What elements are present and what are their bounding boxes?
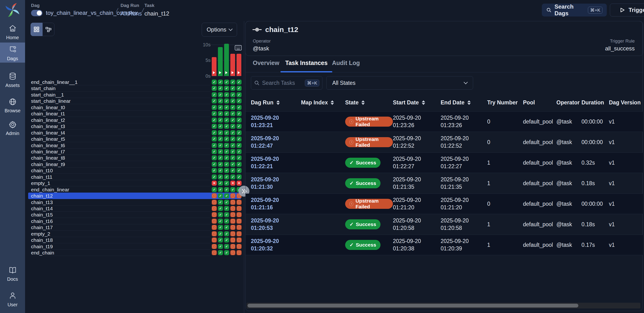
task-instance-square-success[interactable]: ✓ xyxy=(230,162,235,167)
task-instance-square-upstream-failed[interactable]: ↑ xyxy=(236,250,242,255)
task-instance-square-upstream-failed[interactable]: ↑ xyxy=(236,244,242,249)
task-instance-square-success[interactable]: ✓ xyxy=(230,111,235,116)
keyboard-shortcuts-icon[interactable] xyxy=(235,45,242,51)
search-dags-button[interactable]: Search Dags ⌘+K xyxy=(542,4,607,17)
task-instance-square-success[interactable]: ✓ xyxy=(224,162,229,167)
dag-run-duration-bar[interactable] xyxy=(230,54,235,76)
task-instance-square-success[interactable]: ✓ xyxy=(224,244,229,249)
task-instance-square-success[interactable]: ✓ xyxy=(218,80,223,85)
dag-run-duration-bar[interactable] xyxy=(212,57,216,76)
task-instance-square-success[interactable]: ✓ xyxy=(218,219,223,224)
task-instance-square-success[interactable]: ✓ xyxy=(218,111,223,116)
dag-run-link[interactable]: 2025-09-2001:22:21 xyxy=(251,155,301,170)
task-instance-square-upstream-failed[interactable]: ↑ xyxy=(212,250,217,255)
task-instance-square-success[interactable]: ✓ xyxy=(224,168,229,173)
task-row-chain_t13[interactable]: chain_t13↑✓✓↑↑ xyxy=(28,199,241,205)
sidebar-item-dags[interactable]: Dags xyxy=(0,43,25,63)
task-instance-square-success[interactable]: ✓ xyxy=(236,174,242,179)
column-header-state[interactable]: State xyxy=(345,99,393,106)
task-instance-square-success[interactable]: ✓ xyxy=(218,174,223,179)
task-instance-square-success[interactable]: ✓ xyxy=(218,200,223,205)
task-instance-square-success[interactable]: ✓ xyxy=(224,212,229,217)
task-instance-square-success[interactable]: ✓ xyxy=(224,136,229,141)
task-row-chain_t19[interactable]: chain_t19↑✓✓↑↑ xyxy=(28,243,241,250)
task-row-start_chain_linear[interactable]: start_chain_linear✓✓✓✓✓ xyxy=(28,98,241,104)
task-row-chain_linear_t0[interactable]: chain_linear_t0✓✓✓✓✓ xyxy=(28,104,241,111)
task-instance-square-success[interactable]: ✓ xyxy=(230,174,235,179)
task-row-start_chain__1[interactable]: start_chain__1✓✓✓✓✓ xyxy=(28,92,241,98)
table-row[interactable]: 2025-09-2001:21:16↑Upstream Failed2025-0… xyxy=(246,194,643,214)
task-instance-square-upstream-failed[interactable]: ↑ xyxy=(236,231,242,236)
task-instance-square-success[interactable]: ✓ xyxy=(230,149,235,154)
tab-audit-log[interactable]: Audit Log xyxy=(332,60,360,72)
task-instance-square-success[interactable]: ✓ xyxy=(224,181,229,186)
dag-run-link[interactable]: 2025-09-2001:23:21 xyxy=(251,114,301,129)
task-row-chain_linear_t4[interactable]: chain_linear_t4✓✓✓✓✓ xyxy=(28,130,241,136)
task-instance-square-upstream-failed[interactable]: ↑ xyxy=(236,225,242,230)
task-instance-square-success[interactable]: ✓ xyxy=(224,124,229,129)
task-instance-square-success[interactable]: ✓ xyxy=(218,237,223,242)
task-instance-square-upstream-failed[interactable]: ↑ xyxy=(212,212,217,217)
task-instance-square-success[interactable]: ✓ xyxy=(212,136,217,141)
task-instance-square-success[interactable]: ✓ xyxy=(218,118,223,123)
task-instance-square-success[interactable]: ✓ xyxy=(236,92,242,97)
task-instance-square-success[interactable]: ✓ xyxy=(236,136,242,141)
task-instance-square-success[interactable]: ✓ xyxy=(212,124,217,129)
task-instance-square-success[interactable]: ✓ xyxy=(212,143,217,148)
task-instance-square-success[interactable]: ✓ xyxy=(236,118,242,123)
task-instance-square-success[interactable]: ✓ xyxy=(236,155,242,160)
task-row-chain_t14[interactable]: chain_t14↑✓✓↑↑ xyxy=(28,205,241,212)
task-instance-square-success[interactable]: ✓ xyxy=(224,105,229,110)
airflow-logo-icon[interactable] xyxy=(5,3,20,18)
dag-run-link[interactable]: 2025-09-2001:21:30 xyxy=(251,176,301,191)
task-instance-square-success[interactable]: ✓ xyxy=(236,105,242,110)
task-instance-square-success[interactable]: ✓ xyxy=(218,92,223,97)
task-instance-square-upstream-failed[interactable]: ↑ xyxy=(230,219,235,224)
task-instance-square-success[interactable]: ✓ xyxy=(218,86,223,91)
task-instance-square-success[interactable]: ✓ xyxy=(218,212,223,217)
task-instance-square-success[interactable]: ✓ xyxy=(224,143,229,148)
column-header-start-date[interactable]: Start Date xyxy=(393,99,441,106)
task-instance-square-success[interactable]: ✓ xyxy=(230,124,235,129)
task-row-chain_linear_t8[interactable]: chain_linear_t8✓✓✓✓✓ xyxy=(28,155,241,161)
task-instance-square-success[interactable]: ✓ xyxy=(236,143,242,148)
task-instance-square-success[interactable]: ✓ xyxy=(212,105,217,110)
task-instance-square-success[interactable]: ✓ xyxy=(224,155,229,160)
task-instance-square-success[interactable]: ✓ xyxy=(218,105,223,110)
task-instance-square-success[interactable]: ✓ xyxy=(236,162,242,167)
task-instance-square-success[interactable]: ✓ xyxy=(224,231,229,236)
horizontal-scrollbar[interactable] xyxy=(246,303,640,308)
task-instance-square-success[interactable]: ✓ xyxy=(230,118,235,123)
table-row[interactable]: 2025-09-2001:22:47↑Upstream Failed2025-0… xyxy=(246,132,643,152)
task-instance-square-success[interactable]: ✓ xyxy=(230,155,235,160)
task-instance-square-success[interactable]: ✓ xyxy=(218,149,223,154)
task-instance-square-success[interactable]: ✓ xyxy=(224,86,229,91)
task-row-end_chain_linear__1[interactable]: end_chain_linear__1✓✓✓✓✓ xyxy=(28,79,241,85)
column-header-dag-run[interactable]: Dag Run xyxy=(251,99,301,106)
task-row-empty_2[interactable]: empty_2↑✓✓↑↑ xyxy=(28,231,241,237)
task-instance-square-success[interactable]: ✓ xyxy=(224,80,229,85)
task-instance-square-upstream-failed[interactable]: ↑ xyxy=(230,250,235,255)
dag-run-link[interactable]: 2025-09-2001:20:32 xyxy=(251,237,301,252)
column-header-end-date[interactable]: End Date xyxy=(441,99,487,106)
task-instance-square-success[interactable]: ✓ xyxy=(212,80,217,85)
task-instance-square-success[interactable]: ✓ xyxy=(218,250,223,255)
task-instance-square-success[interactable]: ✓ xyxy=(212,187,217,192)
task-instance-square-success[interactable]: ✓ xyxy=(230,105,235,110)
task-instance-square-upstream-failed[interactable]: ↑ xyxy=(212,244,217,249)
task-row-end_chain_linear[interactable]: end_chain_linear✓✓✓✓✓ xyxy=(28,186,241,193)
task-instance-square-success[interactable]: ✓ xyxy=(236,168,242,173)
sidebar-item-assets[interactable]: Assets xyxy=(0,69,25,89)
task-instance-square-success[interactable]: ✓ xyxy=(212,162,217,167)
table-row[interactable]: 2025-09-2001:21:30✓Success2025-09-2001:2… xyxy=(246,173,643,194)
task-instance-square-success[interactable]: ✓ xyxy=(218,187,223,192)
task-instance-square-success[interactable]: ✓ xyxy=(218,98,223,103)
dag-run-link[interactable]: 2025-09-2001:20:53 xyxy=(251,217,301,232)
sidebar-item-docs[interactable]: Docs xyxy=(0,263,25,283)
tab-task-instances[interactable]: Task Instances xyxy=(285,60,328,72)
task-instance-square-success[interactable]: ✓ xyxy=(212,111,217,116)
dag-pause-toggle[interactable] xyxy=(31,10,42,16)
scrollbar-thumb[interactable] xyxy=(248,304,578,307)
dag-run-duration-bar[interactable] xyxy=(218,47,223,76)
task-instance-square-upstream-failed[interactable]: ↑ xyxy=(236,212,242,217)
